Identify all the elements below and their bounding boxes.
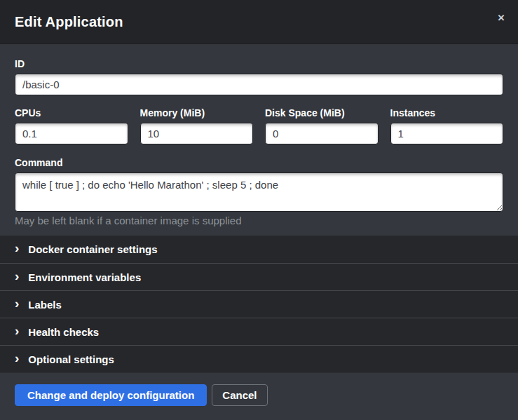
section-label: Labels [28,299,62,311]
section-label: Optional settings [28,353,114,365]
cpus-field-group: CPUs [15,107,128,144]
chevron-right-icon: › [15,241,19,255]
memory-field-group: Memory (MiB) [140,107,254,144]
modal-header: Edit Application ✕ [0,0,518,44]
edit-application-modal: Edit Application ✕ ID CPUs Memory (MiB) … [0,0,518,420]
id-field-group: ID [15,58,503,95]
section-label: Docker container settings [28,243,157,255]
close-icon[interactable]: ✕ [493,11,509,26]
modal-footer: Change and deploy configuration Cancel [0,372,518,420]
command-label: Command [15,157,503,168]
section-label: Environment variables [28,271,141,283]
instances-label: Instances [390,107,504,118]
chevron-right-icon: › [15,269,19,283]
cancel-button[interactable]: Cancel [212,384,267,406]
instances-field-group: Instances [390,107,504,144]
accordion-sections: › Docker container settings › Environmen… [0,236,518,372]
instances-input[interactable] [390,123,504,144]
section-environment-variables[interactable]: › Environment variables [0,263,518,290]
section-labels[interactable]: › Labels [0,290,518,318]
section-label: Health checks [28,326,99,338]
command-textarea[interactable]: while [ true ] ; do echo 'Hello Marathon… [15,172,503,212]
chevron-right-icon: › [15,351,19,365]
chevron-right-icon: › [15,324,19,337]
cpus-label: CPUs [15,107,128,118]
command-field-group: Command while [ true ] ; do echo 'Hello … [15,157,503,226]
change-and-deploy-button[interactable]: Change and deploy configuration [15,384,207,406]
disk-input[interactable] [265,123,379,144]
disk-label: Disk Space (MiB) [265,107,379,118]
section-docker-container-settings[interactable]: › Docker container settings [0,236,518,263]
section-health-checks[interactable]: › Health checks [0,318,518,345]
cpus-input[interactable] [15,123,128,144]
modal-body: ID CPUs Memory (MiB) Disk Space (MiB) In… [0,44,518,236]
modal-title: Edit Application [15,14,123,30]
resources-row: CPUs Memory (MiB) Disk Space (MiB) Insta… [15,107,503,144]
command-help-text: May be left blank if a container image i… [15,215,503,226]
section-optional-settings[interactable]: › Optional settings [0,345,518,372]
disk-field-group: Disk Space (MiB) [265,107,379,144]
id-input[interactable] [15,74,503,95]
memory-label: Memory (MiB) [140,107,254,118]
memory-input[interactable] [140,123,254,144]
id-label: ID [15,58,503,69]
chevron-right-icon: › [15,297,19,310]
